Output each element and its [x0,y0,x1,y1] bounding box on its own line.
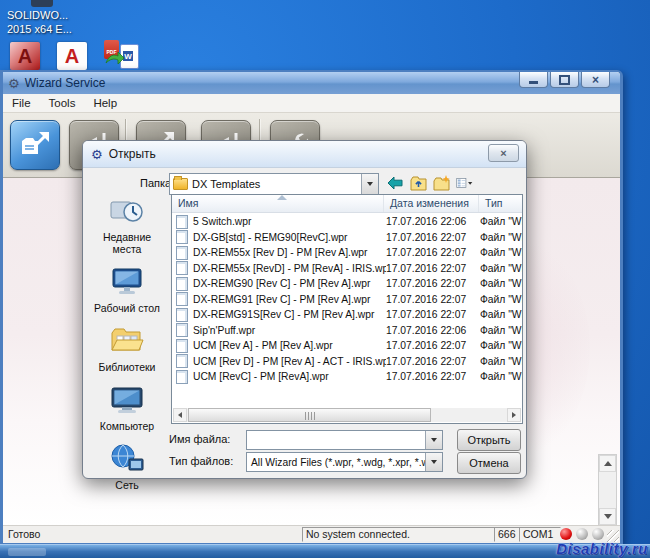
new-folder-button[interactable] [433,175,450,191]
cancel-button[interactable]: Отмена [457,452,521,474]
autocad-letter-icon: A [18,46,32,66]
close-icon: × [592,74,599,86]
led-grey-icon [592,528,604,540]
view-menu-button[interactable] [456,175,473,191]
filetype-label: Тип файлов: [169,455,233,467]
vertical-scrollbar[interactable] [598,454,617,526]
dialog-gear-icon: ⚙ [91,148,103,161]
file-icon [176,308,188,322]
file-row[interactable]: Sip'n'Puff.wpr17.07.2016 22:06Файл "WPR" [172,323,522,339]
window-titlebar[interactable]: ⚙ Wizard Service × [3,72,620,94]
arrow-left-icon [178,412,182,418]
file-icon [176,292,188,306]
horizontal-scrollbar[interactable] [173,408,521,422]
arrow-up-icon [604,461,612,466]
maximize-button[interactable] [550,72,579,88]
place-recent[interactable]: Недавние места [93,195,161,255]
back-button[interactable] [387,175,404,191]
file-list-header: Имя Дата изменения Тип [172,195,522,213]
chevron-down-icon [431,438,437,442]
led-red-icon [560,528,572,540]
file-row[interactable]: UCM [RevC] - PM [RevA].wpr17.07.2016 22:… [172,369,522,385]
up-one-level-button[interactable] [410,175,427,191]
maximize-icon [559,75,570,85]
file-icon [176,261,188,275]
folder-dropdown-button[interactable] [361,174,378,194]
taskbar-icon-fragment [8,548,46,556]
menu-tools[interactable]: Tools [40,97,85,109]
file-row[interactable]: DX-REM55x [RevD] - PM [RevA] - IRIS.wpr1… [172,261,522,277]
file-icon [176,246,188,260]
filetype-dropdown-button[interactable] [425,453,442,471]
windows-taskbar[interactable] [0,544,650,558]
filetype-combobox[interactable]: All Wizard Files (*.wpr, *.wdg, *.xpr, *… [246,452,443,472]
led-grey-icon [576,528,588,540]
chevron-down-icon [367,182,373,186]
scroll-left-button[interactable] [173,408,187,422]
place-libraries[interactable]: Библиотеки [93,325,161,373]
thumb-grip-icon [305,412,315,420]
app-gear-icon: ⚙ [8,77,20,90]
autocad-letter-icon: A [65,46,79,66]
menu-help[interactable]: Help [84,97,126,109]
libraries-icon [109,325,145,357]
place-computer[interactable]: Компьютер [93,384,161,432]
filetype-value: All Wizard Files (*.wpr, *.wdg, *.xpr, *… [247,457,425,468]
column-header-type[interactable]: Тип [479,195,522,212]
sort-ascending-icon [277,195,287,200]
filename-dropdown-button[interactable] [425,431,442,449]
cut-desktop-icon [31,0,53,7]
scroll-up-button[interactable] [599,455,616,472]
folder-open-icon [18,128,52,162]
file-row[interactable]: DX-GB[std] - REMG90[RevC].wpr17.07.2016 … [172,230,522,246]
status-value: 666 [494,527,522,542]
places-bar: Недавние места Рабочий стол Библиотеки [93,195,161,502]
file-icon [176,323,188,337]
open-file-button[interactable] [10,120,60,170]
file-icon [176,215,188,229]
file-row[interactable]: UCM [Rev D] - PM [Rev A] - ACT - IRIS.wp… [172,354,522,370]
minimize-button[interactable] [519,72,548,88]
file-row[interactable]: DX-REMG91 [Rev C] - PM [Rev A].wpr17.07.… [172,292,522,308]
convert-arrow-icon [105,51,125,65]
file-row[interactable]: DX-REM55x [Rev D] - PM [Rev A].wpr17.07.… [172,245,522,261]
file-list: Имя Дата изменения Тип 5 Switch.wpr17.07… [171,194,523,424]
scroll-right-button[interactable] [507,408,521,422]
statusbar: Готово No system connected. 666 COM1 [3,525,620,543]
status-connection: No system connected. [302,527,498,542]
desktop-icon-pdf-to-word[interactable]: PDF W [104,40,144,70]
file-row[interactable]: DX-REMG90 [Rev C] - PM [Rev A].wpr17.07.… [172,276,522,292]
close-button[interactable]: × [581,72,610,88]
desktop-icon-autocad-red[interactable]: A [10,42,40,70]
column-header-date[interactable]: Дата изменения [384,195,479,212]
folder-icon [173,178,188,190]
scroll-down-button[interactable] [599,508,616,525]
file-icon [176,230,188,244]
file-icon [176,339,188,353]
file-row[interactable]: UCM [Rev A] - PM [Rev A].wpr17.07.2016 2… [172,338,522,354]
desktop-icon-label-solidworks[interactable]: SOLIDWO... 2015 x64 E... [7,8,117,36]
recent-places-icon [109,195,145,227]
watermark: Disability.ru [556,540,648,557]
arrow-down-icon [604,514,612,519]
desktop-icon [109,266,145,298]
menu-file[interactable]: File [3,97,40,109]
window-title: Wizard Service [25,76,106,90]
open-button[interactable]: Открыть [457,429,521,451]
place-network[interactable]: Сеть [93,443,161,491]
status-ready: Готово [8,528,40,540]
place-desktop[interactable]: Рабочий стол [93,266,161,314]
dialog-titlebar[interactable]: ⚙ Открыть [83,141,526,168]
scrollbar-thumb[interactable] [188,408,431,422]
folder-combobox[interactable]: DX Templates [169,173,379,195]
filename-combobox[interactable] [246,430,443,450]
file-icon [176,354,188,368]
dialog-close-button[interactable]: × [488,144,519,162]
open-dialog: ⚙ Открыть × Папка: DX Templates [82,140,527,479]
minimize-icon [529,81,538,84]
file-row[interactable]: 5 Switch.wpr17.07.2016 22:06Файл "WPR" [172,214,522,230]
desktop-icon-autocad-white[interactable]: A [57,42,87,70]
file-row[interactable]: DX-REMG91S[Rev C] - PM [Rev A].wpr17.07.… [172,307,522,323]
computer-icon [109,384,145,416]
chevron-down-icon [431,460,437,464]
